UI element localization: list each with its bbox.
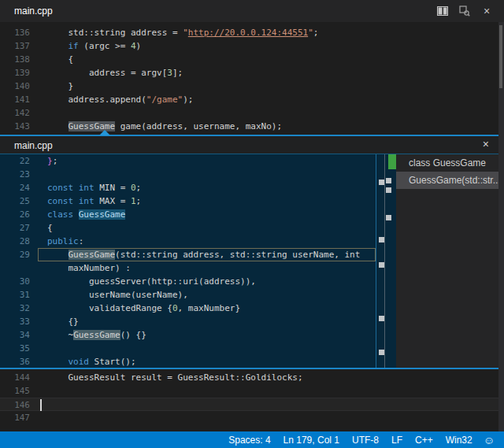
line-number: 29 — [0, 248, 38, 261]
code-text: } — [38, 80, 498, 93]
token: ]; — [172, 68, 183, 78]
code-line-31[interactable]: 31 userName(userName), — [0, 288, 376, 302]
code-text: { — [38, 53, 498, 66]
token: userName(userName), — [47, 290, 188, 300]
token: { — [47, 54, 73, 65]
code-line-30[interactable]: 30 guessServer(http::uri(address)), — [0, 275, 376, 288]
code-line-139[interactable]: 139 address = argv[3]; — [0, 66, 498, 80]
close-icon[interactable]: × — [480, 5, 493, 17]
code-line-27[interactable]: 27{ — [0, 221, 376, 235]
code-line-137[interactable]: 137 if (argc >= 4) — [0, 39, 498, 53]
code-line-142[interactable]: 142 — [0, 106, 498, 120]
token: ~ — [47, 330, 73, 340]
code-line-32[interactable]: 32 validatedRange {0, maxNumber} — [0, 302, 376, 315]
peek-overview-ruler[interactable] — [376, 154, 396, 368]
token: "/game" — [146, 94, 183, 105]
peek-close-icon[interactable]: × — [483, 138, 489, 150]
code-text: validatedRange {0, maxNumber} — [38, 302, 376, 315]
code-text: if (argc >= 4) — [38, 39, 498, 53]
token — [47, 357, 69, 367]
token: 0 — [131, 183, 136, 193]
status-item-cursor-position[interactable]: Ln 179, Col 1 — [277, 435, 346, 446]
token: public — [47, 236, 79, 246]
token: int — [79, 196, 94, 206]
token — [47, 250, 69, 260]
reference-item[interactable]: class GuessGame — [396, 154, 498, 172]
token: class — [47, 209, 73, 220]
code-line-140[interactable]: 140 } — [0, 80, 498, 93]
token: " — [183, 28, 188, 38]
code-line-143[interactable]: 143 GuessGame game(address, username, ma… — [0, 120, 498, 133]
code-line-26[interactable]: 26class GuessGame — [0, 208, 376, 221]
line-number: 27 — [0, 221, 38, 235]
code-line-147[interactable]: 147 — [0, 411, 498, 424]
code-line-34[interactable]: 34 ~GuessGame() {} — [0, 328, 376, 342]
token: ; — [313, 28, 319, 38]
ruler-marker — [379, 262, 384, 268]
token: game(address, username, maxNo); — [115, 121, 282, 131]
code-line-wrap[interactable]: maxNumber) : — [0, 261, 376, 275]
token: void — [69, 357, 90, 367]
token: ; — [136, 196, 142, 206]
scrollbar-slider[interactable] — [499, 25, 502, 88]
line-number: 136 — [0, 26, 38, 39]
line-number: 138 — [0, 53, 38, 66]
code-line-144[interactable]: 144 GuessResult result = GuessResult::Go… — [0, 371, 498, 384]
status-item-encoding[interactable]: UTF-8 — [346, 435, 385, 446]
split-editor-icon[interactable] — [436, 5, 449, 17]
code-line-24[interactable]: 24const int MIN = 0; — [0, 181, 376, 194]
token: , maxNumber} — [178, 303, 240, 313]
open-preview-icon[interactable] — [458, 5, 471, 17]
code-line-25[interactable]: 25const int MAX = 1; — [0, 194, 376, 208]
code-line-146[interactable]: 146 — [0, 398, 498, 411]
status-item-platform[interactable]: Win32 — [439, 435, 479, 446]
tab-main-cpp[interactable]: main.cpp — [14, 6, 53, 17]
code-line-33[interactable]: 33 {} — [0, 315, 376, 328]
code-text — [38, 411, 498, 424]
token: () {} — [120, 330, 146, 340]
code-line-141[interactable]: 141 address.append("/game"); — [0, 93, 498, 106]
code-line-29[interactable]: 29 GuessGame(std::string address, std::s… — [0, 248, 376, 261]
ruler-marker — [379, 237, 384, 243]
token: validatedRange { — [47, 303, 172, 313]
token: (std::string address, std::string userNa… — [115, 250, 360, 260]
line-number: 26 — [0, 208, 38, 221]
line-number: 145 — [0, 384, 38, 398]
code-line-28[interactable]: 28public: — [0, 235, 376, 248]
code-line-22[interactable]: 22}; — [0, 154, 376, 168]
code-line-145[interactable]: 145 — [0, 384, 498, 398]
editor-scrollbar[interactable] — [498, 22, 504, 431]
status-item-language-mode[interactable]: C++ — [409, 435, 439, 446]
ruler-marker — [386, 178, 391, 183]
code-line-136[interactable]: 136 std::string address = "http://20.0.0… — [0, 26, 498, 39]
smiley-icon[interactable]: ☺ — [479, 434, 499, 446]
code-line-35[interactable]: 35 — [0, 342, 376, 355]
token: maxNumber) : — [47, 263, 131, 273]
token: (argc >= — [79, 41, 131, 51]
code-line-36[interactable]: 36 void Start(); — [0, 355, 376, 368]
code-text: address = argv[3]; — [38, 66, 498, 80]
ruler-marker — [379, 316, 384, 321]
ruler-marker — [386, 187, 391, 193]
token: GuessGame — [79, 209, 126, 220]
line-number: 142 — [0, 106, 38, 120]
code-text: void Start(); — [38, 355, 376, 368]
code-line-138[interactable]: 138 { — [0, 53, 498, 66]
code-line-23[interactable]: 23 — [0, 168, 376, 181]
code-text — [38, 384, 498, 398]
token: 0 — [172, 303, 178, 313]
status-item-eol[interactable]: LF — [385, 435, 409, 446]
line-number: 141 — [0, 93, 38, 106]
code-text: guessServer(http::uri(address)), — [38, 275, 376, 288]
token: if — [69, 41, 79, 51]
tab-actions: × — [436, 5, 493, 17]
reference-item[interactable]: GuessGame(std::str... — [396, 172, 498, 189]
status-item-indentation[interactable]: Spaces: 4 — [222, 435, 276, 446]
code-text — [38, 398, 498, 410]
token: address.append( — [47, 94, 146, 105]
tab-bar: main.cpp × — [0, 0, 504, 22]
line-number: 139 — [0, 66, 38, 80]
editor-top: 136 std::string address = "http://20.0.0… — [0, 22, 498, 135]
line-number: 34 — [0, 328, 38, 342]
status-bar: Spaces: 4Ln 179, Col 1UTF-8LFC++Win32 ☺ — [0, 431, 504, 448]
